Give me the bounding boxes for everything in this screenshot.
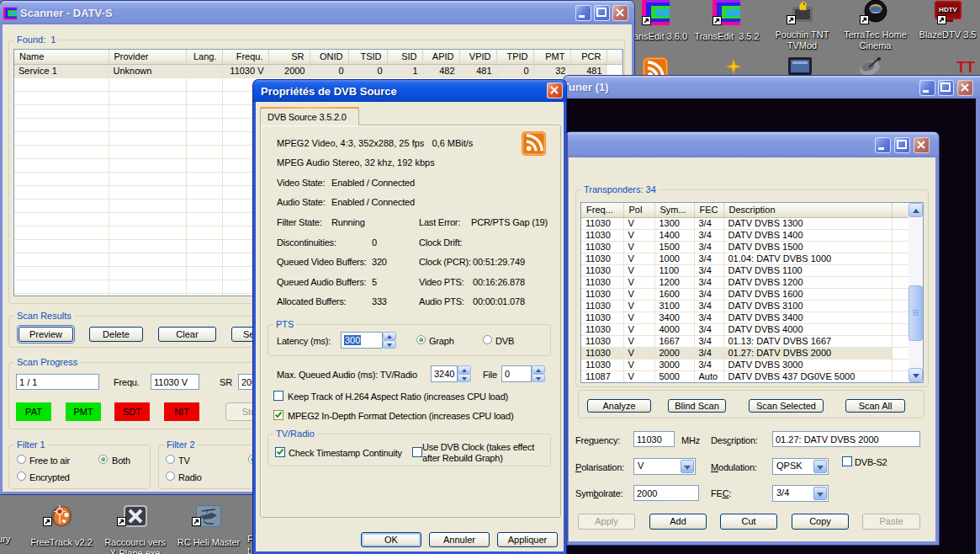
- svg-text:TT: TT: [956, 59, 975, 76]
- svg-text:HDTV: HDTV: [939, 6, 957, 13]
